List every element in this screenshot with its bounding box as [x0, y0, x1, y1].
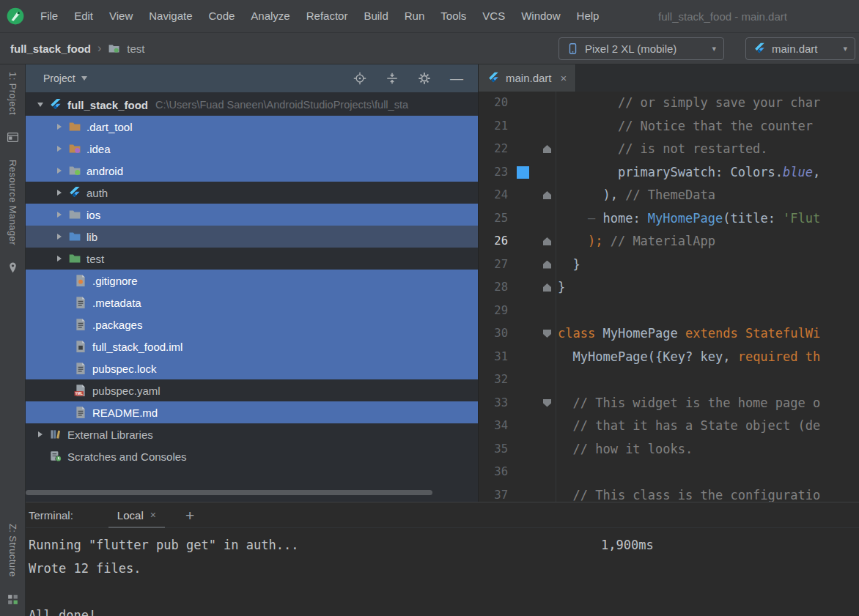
- locate-file-icon[interactable]: [353, 72, 366, 85]
- tree-item-gitignore[interactable]: .gitignore: [26, 270, 478, 292]
- code-line-30[interactable]: 30class MyHomePage extends StatefulWi: [479, 322, 859, 346]
- commander-icon[interactable]: [7, 131, 19, 144]
- color-swatch[interactable]: [517, 166, 529, 179]
- menu-tools[interactable]: Tools: [432, 10, 474, 22]
- terminal-tab-local[interactable]: Local ×: [107, 502, 166, 528]
- pin-icon[interactable]: [7, 261, 19, 274]
- folder-test-icon: [68, 252, 81, 265]
- code-line-28[interactable]: 28}: [479, 276, 859, 300]
- code-text: // This class is the configuratio: [558, 484, 820, 502]
- menu-analyze[interactable]: Analyze: [243, 10, 298, 22]
- chevron-right-icon[interactable]: [57, 212, 62, 218]
- fold-marker-icon[interactable]: [543, 283, 551, 292]
- tree-item-pubspec-yaml[interactable]: YMLpubspec.yaml: [26, 379, 478, 401]
- chevron-right-icon[interactable]: [57, 146, 62, 152]
- chevron-right-icon[interactable]: [38, 431, 43, 437]
- tree-item-full-stack-food-iml[interactable]: full_stack_food.iml: [26, 335, 478, 357]
- project-panel-title[interactable]: Project: [43, 73, 75, 84]
- code-line-37[interactable]: 37 // This class is the configuratio: [479, 484, 859, 502]
- menu-navigate[interactable]: Navigate: [141, 10, 200, 22]
- chevron-right-icon[interactable]: [57, 124, 62, 130]
- tree-item-ios[interactable]: ios: [26, 204, 478, 226]
- arrow-slot: [52, 124, 67, 130]
- code-line-25[interactable]: 25 — home: MyHomePage(title: 'Flut: [479, 207, 859, 231]
- menu-run[interactable]: Run: [397, 10, 433, 22]
- tree-item-pubspec-lock[interactable]: pubspec.lock: [26, 357, 478, 379]
- tree-item-lib[interactable]: lib: [26, 226, 478, 248]
- fold-marker-icon[interactable]: [543, 399, 551, 407]
- menu-help[interactable]: Help: [569, 10, 608, 22]
- new-terminal-session-button[interactable]: +: [185, 508, 194, 523]
- fold-marker-icon[interactable]: [543, 191, 551, 199]
- menu-vcs[interactable]: VCS: [474, 10, 513, 22]
- project-root-path: C:\Users\Fuad Saneen\AndroidStudioProjec…: [155, 99, 408, 111]
- android-studio-logo-icon: [6, 7, 25, 26]
- code-text: }: [558, 253, 580, 277]
- breadcrumb-module[interactable]: test: [127, 42, 144, 55]
- code-line-27[interactable]: 27 }: [479, 253, 859, 277]
- tool-button-structure[interactable]: Z: Structure: [7, 524, 18, 577]
- tree-item-root[interactable]: full_stack_food C:\Users\Fuad Saneen\And…: [26, 94, 478, 116]
- menu-edit[interactable]: Edit: [66, 10, 101, 22]
- fold-marker-icon[interactable]: [543, 145, 551, 153]
- menu-view[interactable]: View: [101, 10, 141, 22]
- terminal-line: Wrote 12 files.: [29, 557, 859, 580]
- tree-item-dart-tool[interactable]: .dart_tool: [26, 116, 478, 138]
- collapse-all-icon[interactable]: [386, 72, 399, 85]
- tool-button-project[interactable]: 1: Project: [7, 72, 18, 115]
- code-line-23[interactable]: 23 primarySwatch: Colors.blue,: [479, 161, 859, 185]
- tree-item-label: .gitignore: [92, 275, 138, 287]
- code-line-22[interactable]: 22 // is not restarted.: [479, 138, 859, 161]
- code-line-29[interactable]: 29: [479, 300, 859, 323]
- code-line-20[interactable]: 20 // or simply save your char: [479, 92, 859, 115]
- tree-item-label: .idea: [86, 143, 111, 155]
- tree-item-packages[interactable]: .packages: [26, 313, 478, 335]
- code-line-34[interactable]: 34 // that it has a State object (de: [479, 415, 859, 438]
- code-text: class MyHomePage extends StatefulWi: [558, 322, 820, 346]
- hide-panel-icon[interactable]: —: [450, 72, 463, 85]
- grid-icon[interactable]: [7, 593, 19, 606]
- tree-item-idea[interactable]: .idea: [26, 138, 478, 160]
- menu-code[interactable]: Code: [200, 10, 243, 22]
- run-config-selector[interactable]: main.dart ▾: [745, 37, 855, 60]
- fold-marker-icon[interactable]: [543, 330, 551, 338]
- close-tab-icon[interactable]: ×: [561, 72, 567, 84]
- menu-file[interactable]: File: [32, 10, 66, 22]
- chevron-right-icon[interactable]: [57, 234, 62, 240]
- fold-marker-icon[interactable]: [543, 237, 551, 245]
- terminal-output[interactable]: Running "flutter pub get" in auth...1,90…: [26, 528, 859, 616]
- horizontal-scrollbar[interactable]: [26, 490, 432, 495]
- tree-item-external-libraries[interactable]: External Libraries: [26, 423, 478, 445]
- tree-item-auth[interactable]: auth: [26, 182, 478, 204]
- tree-item-scratches-and-consoles[interactable]: Scratches and Consoles: [26, 445, 478, 467]
- chevron-right-icon[interactable]: [57, 168, 62, 174]
- device-selector[interactable]: Pixel 2 XL (mobile) ▾: [558, 37, 724, 60]
- settings-gear-icon[interactable]: [418, 72, 431, 85]
- chevron-down-icon[interactable]: [37, 103, 43, 107]
- close-terminal-tab-icon[interactable]: ×: [150, 509, 156, 521]
- menu-window[interactable]: Window: [513, 10, 568, 22]
- tree-item-metadata[interactable]: .metadata: [26, 292, 478, 313]
- breadcrumb-project[interactable]: full_stack_food: [10, 42, 91, 55]
- menu-refactor[interactable]: Refactor: [298, 10, 356, 22]
- tree-item-test[interactable]: test: [26, 248, 478, 270]
- chevron-down-icon[interactable]: [81, 76, 87, 81]
- tree-item-android[interactable]: android: [26, 160, 478, 182]
- code-line-35[interactable]: 35 // how it looks.: [479, 438, 859, 461]
- menu-build[interactable]: Build: [355, 10, 396, 22]
- code-line-26[interactable]: 26 ); // MaterialApp: [479, 230, 859, 253]
- tab-main-dart[interactable]: main.dart ×: [479, 64, 576, 92]
- code-line-36[interactable]: 36: [479, 461, 859, 484]
- tool-button-resource-manager[interactable]: Resource Manager: [7, 160, 18, 245]
- code-line-33[interactable]: 33 // This widget is the home page o: [479, 392, 859, 415]
- chevron-right-icon[interactable]: [57, 190, 62, 196]
- code-editor[interactable]: 20 // or simply save your char21 // Noti…: [479, 92, 859, 502]
- code-line-31[interactable]: 31 MyHomePage({Key? key, required th: [479, 346, 859, 369]
- tree-item-readme-md[interactable]: README.md: [26, 401, 478, 423]
- fold-marker-icon[interactable]: [543, 261, 551, 269]
- chevron-right-icon[interactable]: [57, 256, 62, 261]
- code-line-32[interactable]: 32: [479, 368, 859, 392]
- code-line-24[interactable]: 24 ), // ThemeData: [479, 184, 859, 207]
- code-line-21[interactable]: 21 // Notice that the counter: [479, 115, 859, 138]
- file-text-icon: [74, 362, 87, 375]
